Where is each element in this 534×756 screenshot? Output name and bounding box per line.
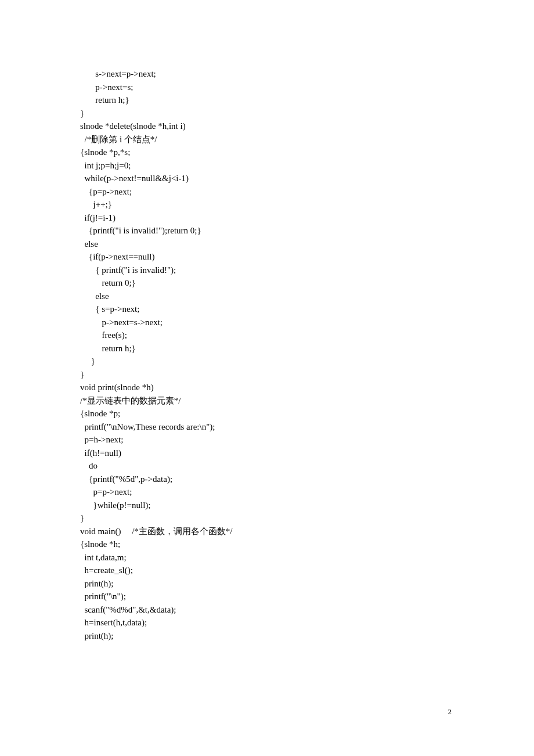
page-number: 2 [448,707,452,717]
code-block: s->next=p->next; p->next=s; return h;} }… [0,0,534,642]
